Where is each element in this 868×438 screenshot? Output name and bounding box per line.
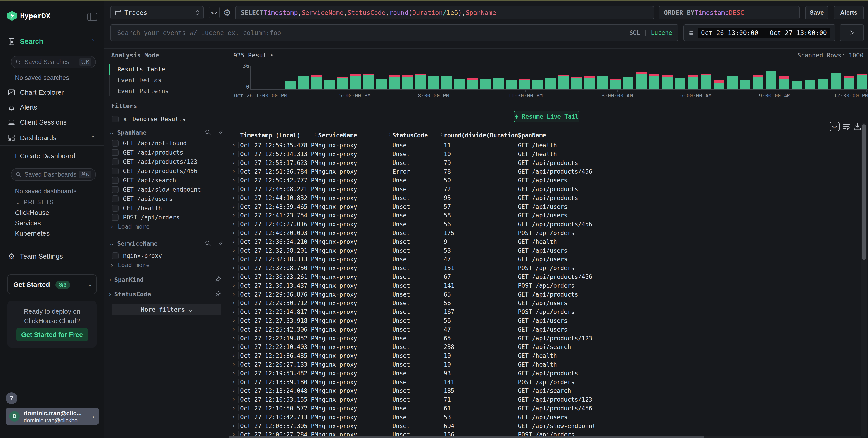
filter-option[interactable]: GET /api/products xyxy=(112,148,225,157)
row-expand-icon[interactable]: › xyxy=(232,168,235,174)
histogram-bar[interactable] xyxy=(558,52,568,89)
table-row[interactable]: ›Oct 27 12:36:54.210 PMnginx-proxyUnset9… xyxy=(229,238,862,246)
table-row[interactable]: ›Oct 27 12:53:17.623 PMnginx-proxyUnset7… xyxy=(229,159,862,167)
row-expand-icon[interactable]: › xyxy=(232,388,235,394)
row-expand-icon[interactable]: › xyxy=(232,300,235,306)
load-more-services[interactable]: › Load more xyxy=(110,262,150,269)
histogram-bar[interactable] xyxy=(714,52,724,89)
chevron-up-icon[interactable]: ⌃ xyxy=(90,134,95,141)
column-header-timestamp[interactable]: Timestamp (Local) xyxy=(240,132,300,139)
histogram-bar[interactable] xyxy=(350,52,361,89)
row-expand-icon[interactable]: › xyxy=(232,423,235,429)
table-row[interactable]: ›Oct 27 12:57:14.313 PMnginx-proxyUnset1… xyxy=(229,150,862,159)
filter-option[interactable]: GET /api/users xyxy=(112,194,225,203)
table-row[interactable]: ›Oct 27 12:22:19.852 PMnginx-proxyUnset6… xyxy=(229,334,862,343)
table-row[interactable]: ›Oct 27 12:21:36.435 PMnginx-proxyUnset1… xyxy=(229,351,862,360)
row-expand-icon[interactable]: › xyxy=(232,291,235,297)
run-query-button[interactable] xyxy=(839,25,864,41)
histogram-bar[interactable] xyxy=(649,52,659,89)
sidebar-item-alerts[interactable]: Alerts xyxy=(0,101,104,114)
histogram-bar[interactable] xyxy=(441,52,452,89)
checkbox[interactable] xyxy=(112,116,119,123)
sidebar-item-search[interactable]: Search ⌃ xyxy=(0,35,104,48)
checkbox[interactable] xyxy=(112,177,119,184)
histogram-bar[interactable] xyxy=(337,52,348,89)
histogram-bar[interactable] xyxy=(480,52,491,89)
code-view-button[interactable]: <> xyxy=(209,7,220,18)
filter-option[interactable]: POST /api/orders xyxy=(112,213,225,222)
table-row[interactable]: ›Oct 27 12:32:58.201 PMnginx-proxyUnset5… xyxy=(229,246,862,255)
row-expand-icon[interactable]: › xyxy=(232,361,235,368)
histogram-bar[interactable] xyxy=(701,52,712,89)
histogram-bar[interactable] xyxy=(857,52,867,89)
table-row[interactable]: ›Oct 27 12:46:08.221 PMnginx-proxyUnset7… xyxy=(229,185,862,194)
table-row[interactable]: ›Oct 27 12:19:53.482 PMnginx-proxyUnset9… xyxy=(229,369,862,378)
filter-option[interactable]: GET /api/slow-endpoint xyxy=(112,185,225,194)
filter-option[interactable]: GET /api/search xyxy=(112,176,225,185)
histogram-bar[interactable] xyxy=(428,52,439,89)
row-expand-icon[interactable]: › xyxy=(232,370,235,376)
date-range-picker[interactable]: Oct 26 13:00:00 - Oct 27 13:00:00 xyxy=(683,25,835,41)
row-expand-icon[interactable]: › xyxy=(232,256,235,262)
sidebar-item-chart-explorer[interactable]: Chart Explorer xyxy=(0,86,104,99)
help-button[interactable]: ? xyxy=(6,392,18,404)
event-search-field[interactable] xyxy=(117,29,625,37)
sidebar-item-dashboards[interactable]: Dashboards ⌃ xyxy=(0,132,104,144)
histogram-bar[interactable] xyxy=(324,52,335,89)
column-header-statuscode[interactable]: StatusCode xyxy=(393,132,428,139)
saved-dashboards-field[interactable] xyxy=(24,171,76,178)
table-row[interactable]: ›Oct 27 12:32:08.750 PMnginx-proxyUnset1… xyxy=(229,264,862,273)
search-icon[interactable] xyxy=(205,240,211,246)
histogram-bar[interactable] xyxy=(311,52,322,89)
table-row[interactable]: ›Oct 27 12:13:24.048 PMnginx-proxyUnset1… xyxy=(229,386,862,395)
histogram-bar[interactable] xyxy=(831,52,841,89)
histogram-bar[interactable] xyxy=(571,52,582,89)
histogram-bar[interactable] xyxy=(376,52,387,89)
row-expand-icon[interactable]: › xyxy=(232,160,235,166)
table-row[interactable]: ›Oct 27 12:32:18.313 PMnginx-proxyUnset4… xyxy=(229,255,862,264)
histogram-bar[interactable] xyxy=(506,52,517,89)
filter-group-servicename[interactable]: ⌄ ServiceName xyxy=(109,240,158,247)
histogram-bar[interactable] xyxy=(636,52,647,89)
preset-dashboard-clickhouse[interactable]: ClickHouse xyxy=(15,209,49,216)
checkbox[interactable] xyxy=(112,252,119,259)
table-row[interactable]: ›Oct 27 12:29:14.817 PMnginx-proxyUnset1… xyxy=(229,308,862,316)
histogram-bar[interactable] xyxy=(402,52,413,89)
checkbox[interactable] xyxy=(112,205,119,211)
save-button[interactable]: Save xyxy=(805,6,828,20)
histogram-bar[interactable] xyxy=(779,52,789,89)
table-row[interactable]: ›Oct 27 12:27:33.918 PMnginx-proxyUnset5… xyxy=(229,316,862,325)
filter-group-spankind[interactable]: › SpanKind xyxy=(109,276,144,283)
row-expand-icon[interactable]: › xyxy=(232,343,235,350)
row-expand-icon[interactable]: › xyxy=(232,177,235,183)
column-resize-handle[interactable]: ⋮ xyxy=(439,132,444,138)
user-account-card[interactable]: D dominic.tran@clic... dominic.tran@clic… xyxy=(6,408,99,425)
pin-icon[interactable] xyxy=(215,291,221,297)
mode-event-deltas[interactable]: Event Deltas xyxy=(117,77,161,83)
table-row[interactable]: ›Oct 27 12:10:50.572 PMnginx-proxyUnset6… xyxy=(229,404,862,413)
row-expand-icon[interactable]: › xyxy=(232,195,235,201)
lucene-toggle[interactable]: Lucene xyxy=(651,29,672,36)
row-expand-icon[interactable]: › xyxy=(232,212,235,218)
histogram-bar[interactable] xyxy=(454,52,465,89)
table-row[interactable]: ›Oct 27 12:08:57.305 PMnginx-proxyUnset6… xyxy=(229,422,862,431)
histogram-bar[interactable] xyxy=(792,52,802,89)
load-more-spannames[interactable]: › Load more xyxy=(110,223,150,230)
checkbox[interactable] xyxy=(112,159,119,165)
table-row[interactable]: ›Oct 27 12:29:36.876 PMnginx-proxyUnset6… xyxy=(229,290,862,299)
table-row[interactable]: ›Oct 27 12:13:59.180 PMnginx-proxyUnset1… xyxy=(229,378,862,387)
row-expand-icon[interactable]: › xyxy=(232,405,235,411)
horizontal-scrollbar-thumb[interactable] xyxy=(229,436,704,438)
histogram-bar[interactable] xyxy=(844,52,854,89)
histogram-bar[interactable] xyxy=(753,52,763,89)
checkbox[interactable] xyxy=(112,140,119,147)
histogram-bar[interactable] xyxy=(817,52,828,89)
column-resize-handle[interactable]: ⋮ xyxy=(514,132,518,138)
row-expand-icon[interactable]: › xyxy=(232,238,235,245)
chevron-up-icon[interactable]: ⌃ xyxy=(90,38,95,45)
histogram-bar[interactable] xyxy=(623,52,633,89)
checkbox[interactable] xyxy=(112,196,119,202)
row-expand-icon[interactable]: › xyxy=(232,308,235,315)
histogram-bar[interactable] xyxy=(493,52,504,89)
column-header-duration[interactable]: round(divide(Duration, xyxy=(444,132,522,139)
